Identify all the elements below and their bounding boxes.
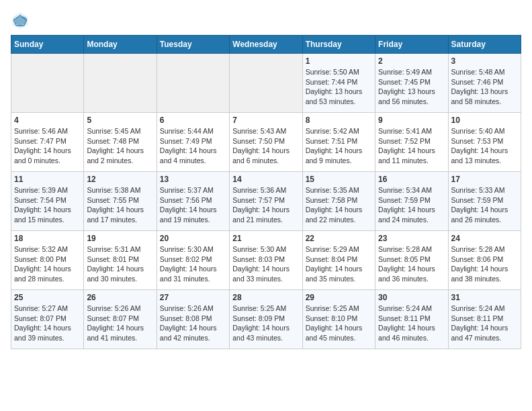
- day-info: Sunrise: 5:39 AM Sunset: 7:54 PM Dayligh…: [14, 185, 81, 225]
- calendar-cell: 21Sunrise: 5:30 AM Sunset: 8:03 PM Dayli…: [230, 231, 302, 290]
- day-number: 14: [232, 175, 299, 184]
- header-row: SundayMondayTuesdayWednesdayThursdayFrid…: [11, 36, 521, 54]
- day-number: 27: [160, 293, 226, 302]
- day-info: Sunrise: 5:24 AM Sunset: 8:11 PM Dayligh…: [378, 304, 445, 343]
- header-cell-sunday: Sunday: [11, 36, 84, 54]
- header-cell-monday: Monday: [84, 36, 157, 54]
- calendar-cell: [11, 54, 84, 113]
- calendar-cell: 4Sunrise: 5:46 AM Sunset: 7:47 PM Daylig…: [11, 113, 84, 172]
- calendar-cell: 11Sunrise: 5:39 AM Sunset: 7:54 PM Dayli…: [11, 172, 84, 231]
- header-cell-tuesday: Tuesday: [157, 36, 229, 54]
- day-number: 5: [87, 116, 153, 125]
- day-number: 3: [451, 56, 518, 66]
- day-info: Sunrise: 5:27 AM Sunset: 8:07 PM Dayligh…: [14, 304, 81, 343]
- day-info: Sunrise: 5:30 AM Sunset: 8:02 PM Dayligh…: [160, 244, 226, 284]
- calendar-cell: 12Sunrise: 5:38 AM Sunset: 7:55 PM Dayli…: [84, 172, 157, 231]
- header-cell-saturday: Saturday: [448, 36, 521, 54]
- calendar-cell: 6Sunrise: 5:44 AM Sunset: 7:49 PM Daylig…: [157, 113, 229, 172]
- day-info: Sunrise: 5:36 AM Sunset: 7:57 PM Dayligh…: [232, 185, 299, 225]
- day-number: 18: [14, 234, 81, 243]
- day-info: Sunrise: 5:25 AM Sunset: 8:09 PM Dayligh…: [232, 304, 299, 343]
- day-info: Sunrise: 5:29 AM Sunset: 8:04 PM Dayligh…: [306, 244, 372, 284]
- calendar-cell: 1Sunrise: 5:50 AM Sunset: 7:44 PM Daylig…: [302, 54, 375, 113]
- day-number: 23: [378, 234, 445, 243]
- calendar-cell: 23Sunrise: 5:28 AM Sunset: 8:05 PM Dayli…: [375, 231, 448, 290]
- calendar-cell: 15Sunrise: 5:35 AM Sunset: 7:58 PM Dayli…: [302, 172, 375, 231]
- calendar-cell: 16Sunrise: 5:34 AM Sunset: 7:59 PM Dayli…: [375, 172, 448, 231]
- calendar-cell: 20Sunrise: 5:30 AM Sunset: 8:02 PM Dayli…: [157, 231, 229, 290]
- day-number: 26: [87, 293, 153, 302]
- header-cell-wednesday: Wednesday: [230, 36, 302, 54]
- day-number: 28: [232, 293, 299, 302]
- calendar-cell: 3Sunrise: 5:48 AM Sunset: 7:46 PM Daylig…: [448, 54, 521, 113]
- day-number: 1: [306, 56, 372, 66]
- day-number: 24: [451, 234, 518, 243]
- calendar-cell: 28Sunrise: 5:25 AM Sunset: 8:09 PM Dayli…: [230, 290, 302, 349]
- day-number: 30: [378, 293, 445, 302]
- calendar-table: SundayMondayTuesdayWednesdayThursdayFrid…: [11, 35, 521, 349]
- day-info: Sunrise: 5:25 AM Sunset: 8:10 PM Dayligh…: [306, 304, 372, 343]
- day-number: 21: [232, 234, 299, 243]
- calendar-week-2: 4Sunrise: 5:46 AM Sunset: 7:47 PM Daylig…: [11, 113, 521, 172]
- header-cell-friday: Friday: [375, 36, 448, 54]
- calendar-cell: 26Sunrise: 5:26 AM Sunset: 8:07 PM Dayli…: [84, 290, 157, 349]
- calendar-cell: 29Sunrise: 5:25 AM Sunset: 8:10 PM Dayli…: [302, 290, 375, 349]
- day-info: Sunrise: 5:26 AM Sunset: 8:07 PM Dayligh…: [87, 304, 153, 343]
- calendar-week-1: 1Sunrise: 5:50 AM Sunset: 7:44 PM Daylig…: [11, 54, 521, 113]
- day-number: 8: [306, 116, 372, 125]
- calendar-cell: 24Sunrise: 5:28 AM Sunset: 8:06 PM Dayli…: [448, 231, 521, 290]
- calendar-cell: 10Sunrise: 5:40 AM Sunset: 7:53 PM Dayli…: [448, 113, 521, 172]
- day-number: 7: [232, 116, 299, 125]
- day-number: 10: [451, 116, 518, 125]
- header-cell-thursday: Thursday: [302, 36, 375, 54]
- day-info: Sunrise: 5:26 AM Sunset: 8:08 PM Dayligh…: [160, 304, 226, 343]
- day-number: 16: [378, 175, 445, 184]
- day-number: 15: [306, 175, 372, 184]
- day-info: Sunrise: 5:50 AM Sunset: 7:44 PM Dayligh…: [306, 67, 372, 107]
- day-number: 2: [378, 56, 445, 66]
- calendar-cell: 22Sunrise: 5:29 AM Sunset: 8:04 PM Dayli…: [302, 231, 375, 290]
- calendar-cell: [157, 54, 229, 113]
- day-number: 20: [160, 234, 226, 243]
- day-info: Sunrise: 5:45 AM Sunset: 7:48 PM Dayligh…: [87, 126, 153, 166]
- day-number: 12: [87, 175, 153, 184]
- calendar-cell: 18Sunrise: 5:32 AM Sunset: 8:00 PM Dayli…: [11, 231, 84, 290]
- day-info: Sunrise: 5:49 AM Sunset: 7:45 PM Dayligh…: [378, 67, 445, 107]
- calendar-cell: 13Sunrise: 5:37 AM Sunset: 7:56 PM Dayli…: [157, 172, 229, 231]
- calendar-cell: 27Sunrise: 5:26 AM Sunset: 8:08 PM Dayli…: [157, 290, 229, 349]
- calendar-cell: 17Sunrise: 5:33 AM Sunset: 7:59 PM Dayli…: [448, 172, 521, 231]
- day-number: 29: [306, 293, 372, 302]
- calendar-week-5: 25Sunrise: 5:27 AM Sunset: 8:07 PM Dayli…: [11, 290, 521, 349]
- day-info: Sunrise: 5:28 AM Sunset: 8:06 PM Dayligh…: [451, 244, 518, 284]
- calendar-cell: 9Sunrise: 5:41 AM Sunset: 7:52 PM Daylig…: [375, 113, 448, 172]
- day-info: Sunrise: 5:24 AM Sunset: 8:11 PM Dayligh…: [451, 304, 518, 343]
- logo-icon: [11, 11, 30, 30]
- day-info: Sunrise: 5:44 AM Sunset: 7:49 PM Dayligh…: [160, 126, 226, 166]
- day-info: Sunrise: 5:37 AM Sunset: 7:56 PM Dayligh…: [160, 185, 226, 225]
- calendar-body: 1Sunrise: 5:50 AM Sunset: 7:44 PM Daylig…: [11, 54, 521, 349]
- day-info: Sunrise: 5:30 AM Sunset: 8:03 PM Dayligh…: [232, 244, 299, 284]
- day-number: 9: [378, 116, 445, 125]
- day-info: Sunrise: 5:48 AM Sunset: 7:46 PM Dayligh…: [451, 67, 518, 107]
- page-header: [11, 11, 521, 30]
- calendar-cell: 7Sunrise: 5:43 AM Sunset: 7:50 PM Daylig…: [230, 113, 302, 172]
- calendar-cell: 2Sunrise: 5:49 AM Sunset: 7:45 PM Daylig…: [375, 54, 448, 113]
- day-info: Sunrise: 5:35 AM Sunset: 7:58 PM Dayligh…: [306, 185, 372, 225]
- day-info: Sunrise: 5:38 AM Sunset: 7:55 PM Dayligh…: [87, 185, 153, 225]
- calendar-cell: 31Sunrise: 5:24 AM Sunset: 8:11 PM Dayli…: [448, 290, 521, 349]
- calendar-cell: [84, 54, 157, 113]
- day-info: Sunrise: 5:43 AM Sunset: 7:50 PM Dayligh…: [232, 126, 299, 166]
- day-number: 13: [160, 175, 226, 184]
- calendar-cell: 25Sunrise: 5:27 AM Sunset: 8:07 PM Dayli…: [11, 290, 84, 349]
- day-number: 11: [14, 175, 81, 184]
- calendar-week-3: 11Sunrise: 5:39 AM Sunset: 7:54 PM Dayli…: [11, 172, 521, 231]
- day-number: 4: [14, 116, 81, 125]
- calendar-cell: 19Sunrise: 5:31 AM Sunset: 8:01 PM Dayli…: [84, 231, 157, 290]
- day-info: Sunrise: 5:33 AM Sunset: 7:59 PM Dayligh…: [451, 185, 518, 225]
- day-number: 31: [451, 293, 518, 302]
- day-number: 25: [14, 293, 81, 302]
- calendar-cell: 5Sunrise: 5:45 AM Sunset: 7:48 PM Daylig…: [84, 113, 157, 172]
- day-info: Sunrise: 5:31 AM Sunset: 8:01 PM Dayligh…: [87, 244, 153, 284]
- day-number: 22: [306, 234, 372, 243]
- calendar-cell: 14Sunrise: 5:36 AM Sunset: 7:57 PM Dayli…: [230, 172, 302, 231]
